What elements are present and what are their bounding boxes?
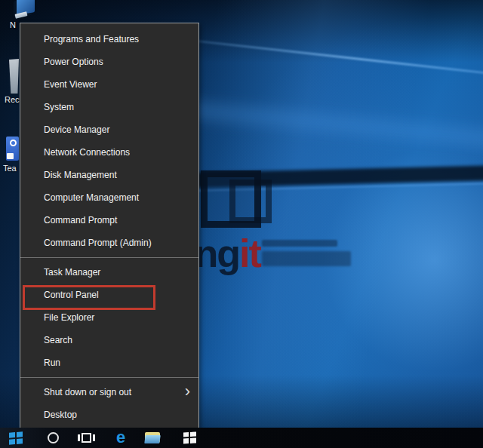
menu-item-label: Search — [44, 335, 72, 345]
desktop-icon-network-label: N — [10, 20, 16, 29]
watermark-fine-print-line2 — [262, 251, 351, 266]
desktop-screen: nongit N Rec Tea Programs and FeaturesPo… — [0, 0, 483, 448]
menu-item-search[interactable]: Search — [20, 329, 198, 351]
menu-item-system[interactable]: System — [20, 96, 198, 118]
teams-shortcut-box — [7, 153, 14, 159]
winx-menu-group-tools: Programs and FeaturesPower OptionsEvent … — [20, 28, 198, 254]
menu-item-label: Device Manager — [44, 124, 109, 135]
menu-item-control-panel[interactable]: Control Panel — [20, 284, 198, 306]
windows-logo-icon — [9, 431, 23, 444]
taskbar: e — [0, 428, 483, 448]
menu-item-disk-management[interactable]: Disk Management — [20, 164, 198, 186]
winx-menu-group-shell: Task ManagerControl PanelFile ExplorerSe… — [20, 261, 198, 374]
menu-item-power-options[interactable]: Power Options — [20, 51, 198, 73]
menu-item-label: Network Connections — [44, 147, 130, 158]
menu-item-label: Run — [44, 357, 60, 368]
menu-item-label: Task Manager — [44, 267, 100, 278]
cortana-circle-icon — [48, 432, 59, 443]
menu-item-command-prompt[interactable]: Command Prompt — [20, 209, 198, 232]
menu-item-label: Desktop — [44, 410, 77, 420]
menu-item-event-viewer[interactable]: Event Viewer — [20, 73, 198, 96]
watermark-text-red: it — [239, 232, 260, 275]
folder-icon-front — [144, 435, 161, 443]
menu-item-task-manager[interactable]: Task Manager — [20, 261, 198, 284]
menu-item-label: Command Prompt (Admin) — [44, 238, 152, 248]
teams-ring-glyph — [10, 140, 17, 146]
store-button[interactable] — [180, 428, 199, 448]
menu-item-device-manager[interactable]: Device Manager — [20, 118, 198, 141]
desktop-icon-teams-label: Tea — [3, 164, 17, 173]
winx-menu-group-session: Shut down or sign out›Desktop — [20, 381, 198, 426]
menu-item-label: System — [44, 102, 74, 112]
task-view-icon-center — [82, 433, 91, 443]
menu-item-label: File Explorer — [44, 312, 94, 323]
menu-item-desktop[interactable]: Desktop — [20, 404, 198, 426]
store-icon — [183, 432, 196, 444]
menu-item-programs-and-features[interactable]: Programs and Features — [20, 28, 198, 51]
menu-item-computer-management[interactable]: Computer Management — [20, 186, 198, 209]
file-explorer-button[interactable] — [143, 428, 162, 448]
start-button[interactable] — [6, 428, 26, 448]
submenu-chevron-icon: › — [185, 381, 190, 402]
cortana-search-button[interactable] — [44, 428, 62, 448]
task-view-button[interactable] — [77, 428, 95, 448]
winx-power-user-menu: Programs and FeaturesPower OptionsEvent … — [20, 23, 199, 428]
menu-item-label: Disk Management — [44, 170, 117, 180]
menu-item-label: Computer Management — [44, 192, 139, 203]
menu-item-shut-down-or-sign-out[interactable]: Shut down or sign out› — [20, 381, 198, 404]
task-view-icon-right — [93, 434, 95, 441]
menu-item-label: Shut down or sign out — [44, 387, 131, 397]
menu-separator-2 — [20, 377, 198, 378]
menu-separator-1 — [20, 257, 198, 258]
menu-item-file-explorer[interactable]: File Explorer — [20, 306, 198, 329]
menu-item-run[interactable]: Run — [20, 351, 198, 374]
menu-item-label: Control Panel — [44, 290, 99, 300]
menu-item-network-connections[interactable]: Network Connections — [20, 141, 198, 164]
menu-item-label: Command Prompt — [44, 215, 117, 226]
watermark-monitor-icon-2 — [229, 180, 272, 223]
menu-item-command-prompt-admin[interactable]: Command Prompt (Admin) — [20, 232, 198, 254]
menu-item-label: Programs and Features — [44, 34, 139, 44]
edge-icon: e — [116, 429, 125, 446]
edge-browser-button[interactable]: e — [110, 428, 131, 448]
desktop-icon-recycle-bin-label: Rec — [5, 95, 20, 104]
menu-item-label: Event Viewer — [44, 79, 97, 90]
task-view-icon — [78, 434, 80, 441]
menu-item-label: Power Options — [44, 57, 103, 67]
teams-tile-icon — [6, 137, 19, 161]
watermark-fine-print-line1 — [262, 240, 337, 247]
